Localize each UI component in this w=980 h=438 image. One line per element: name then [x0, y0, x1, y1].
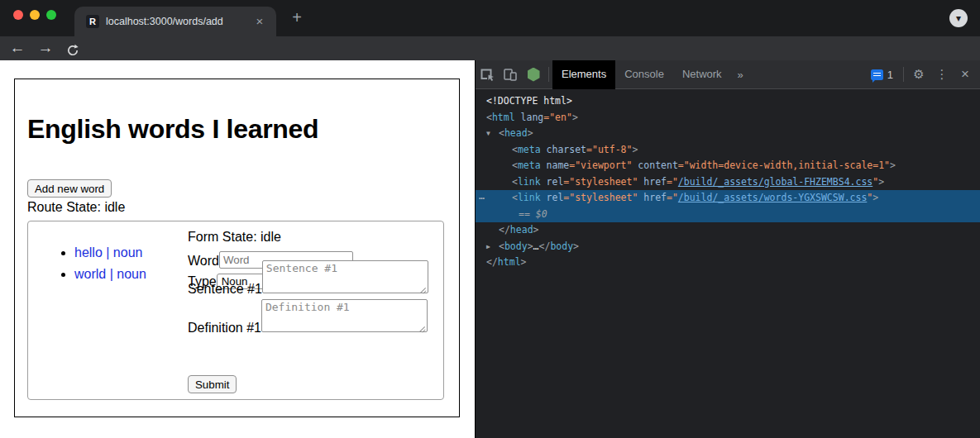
list-item: world | noun — [74, 265, 146, 287]
code-line[interactable]: …<link rel="stylesheet" href="/build/_as… — [476, 190, 980, 207]
code-line[interactable]: <meta name="viewport" content="width=dev… — [476, 158, 980, 174]
device-toolbar-button[interactable] — [499, 60, 522, 89]
submit-button[interactable]: Submit — [188, 375, 237, 393]
code-token: =" — [667, 192, 678, 203]
code-token: meta — [518, 144, 541, 155]
tab-strip: R localhost:3000/words/add × + ▾ — [0, 0, 980, 36]
remix-favicon-icon: R — [86, 15, 99, 28]
code-token: < — [499, 240, 504, 252]
code-token: lang — [515, 112, 544, 123]
code-token: /build/_assets/global-FHZEMBS4.css — [678, 176, 872, 188]
word-list: hello | noun world | noun — [41, 244, 146, 287]
browser-tab[interactable]: R localhost:3000/words/add × — [74, 7, 276, 36]
new-tab-button[interactable]: + — [286, 7, 308, 29]
code-line[interactable]: <!DOCTYPE html> — [476, 93, 980, 110]
tab-console[interactable]: Console — [615, 60, 673, 89]
ellipsis-gutter-icon[interactable]: … — [479, 188, 485, 205]
reload-button[interactable] — [62, 36, 84, 60]
app-container: English words I learned Add new word Rou… — [14, 79, 460, 417]
definition-textarea[interactable] — [261, 299, 428, 332]
code-line[interactable]: </html> — [476, 255, 980, 271]
code-token: < — [512, 192, 518, 203]
close-window-button[interactable] — [13, 10, 23, 20]
expand-arrow-icon[interactable]: ▶ — [486, 239, 490, 255]
code-token: < — [512, 159, 518, 171]
definition-field-row: Definition #1 — [188, 299, 428, 336]
sentence-label: Sentence #1 — [188, 281, 262, 297]
tab-network[interactable]: Network — [673, 60, 731, 89]
node-hexagon-icon[interactable] — [522, 60, 545, 89]
code-token: html — [498, 256, 521, 268]
list-item: hello | noun — [74, 244, 146, 265]
code-line[interactable]: </head> — [476, 222, 980, 239]
code-line[interactable]: ▼<head> — [476, 126, 980, 142]
issues-button[interactable]: 1 — [864, 69, 900, 81]
sentence-field-row: Sentence #1 — [188, 260, 428, 297]
inspect-element-button[interactable] — [476, 60, 499, 89]
route-state-text: Route State: idle — [27, 200, 125, 215]
devtools-menu-button[interactable]: ⋮ — [930, 60, 954, 89]
code-token: < — [486, 112, 492, 123]
devtools-toolbar: Elements Console Network » 1 ⚙ ⋮ × — [476, 60, 980, 89]
code-token: head — [504, 127, 528, 139]
device-toolbar-icon — [503, 68, 518, 82]
code-token: html — [492, 112, 515, 123]
code-token: head — [510, 224, 533, 236]
toolbar-divider — [548, 67, 549, 82]
code-token: charset — [541, 144, 586, 155]
issues-bubble-icon — [871, 69, 883, 80]
page-title: English words I learned — [27, 114, 318, 145]
code-token: </ — [499, 224, 510, 236]
form-state-text: Form State: idle — [188, 230, 281, 245]
back-button[interactable]: ← — [7, 36, 28, 60]
devtools-panel: Elements Console Network » 1 ⚙ ⋮ × <!DOC… — [475, 60, 980, 438]
code-token: ="width=device-width,initial-scale=1" — [678, 159, 890, 171]
code-line[interactable]: <link rel="stylesheet" href="/build/_ass… — [476, 174, 980, 191]
tab-elements[interactable]: Elements — [552, 60, 615, 89]
code-token: href — [638, 192, 667, 203]
code-line[interactable]: ▶<body>…</body> — [476, 239, 980, 255]
navigation-bar: ← → i localhost:3000/words/add ☆ — [0, 36, 980, 60]
forward-button[interactable]: → — [35, 36, 56, 60]
code-token: > — [872, 192, 878, 203]
fullscreen-window-button[interactable] — [46, 10, 56, 20]
word-link[interactable]: world | noun — [74, 267, 146, 281]
code-token: > — [533, 224, 539, 236]
code-token: ="stylesheet" — [563, 192, 638, 203]
code-line[interactable]: <html lang="en"> — [476, 110, 980, 126]
code-token: ="viewport" — [569, 159, 632, 171]
code-token: meta — [518, 159, 541, 171]
downloads-button[interactable]: ▾ — [949, 9, 968, 27]
code-token: </ — [486, 256, 498, 268]
code-token: ="utf-8" — [586, 144, 632, 155]
inspect-cursor-icon — [480, 68, 495, 82]
code-token: > — [528, 127, 533, 139]
settings-gear-icon[interactable]: ⚙ — [907, 60, 930, 89]
dom-tree: <!DOCTYPE html><html lang="en">▼<head><m… — [476, 90, 980, 271]
code-line[interactable]: <meta charset="utf-8"> — [476, 142, 980, 159]
collapse-arrow-icon[interactable]: ▼ — [486, 126, 490, 142]
code-token: > — [528, 240, 533, 252]
code-token: < — [512, 144, 518, 155]
code-token: href — [638, 176, 667, 188]
code-token: > — [878, 176, 884, 188]
code-line[interactable]: == $0 — [476, 207, 980, 223]
code-token: rel — [541, 192, 564, 203]
sentence-textarea[interactable] — [262, 260, 428, 293]
add-new-word-button[interactable]: Add new word — [27, 179, 112, 198]
code-token: =" — [667, 176, 678, 188]
code-token: </ — [539, 240, 551, 252]
tab-close-icon[interactable]: × — [251, 13, 268, 30]
code-token: link — [518, 192, 541, 203]
word-link[interactable]: hello | noun — [74, 245, 142, 259]
code-token: ="en" — [543, 112, 572, 123]
code-token: ="stylesheet" — [563, 176, 638, 188]
minimize-window-button[interactable] — [30, 10, 40, 20]
code-token: < — [499, 127, 504, 139]
code-token: content — [632, 159, 677, 171]
devtools-close-button[interactable]: × — [954, 60, 977, 89]
more-tabs-button[interactable]: » — [731, 69, 750, 81]
code-token: /build/_assets/words-YGXSWCSW.css — [678, 192, 867, 203]
code-token: > — [573, 240, 579, 252]
page-viewport: English words I learned Add new word Rou… — [0, 60, 475, 438]
